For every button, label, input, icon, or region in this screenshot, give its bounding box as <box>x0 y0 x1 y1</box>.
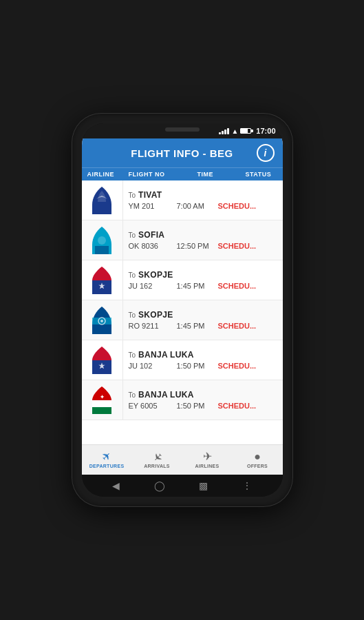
destination-row: To BANJA LUKA <box>129 390 277 400</box>
flight-time: 1:45 PM <box>177 282 218 290</box>
flight-info-row: YM 201 7:00 AM SCHEDU... <box>129 202 277 210</box>
flight-time: 7:00 AM <box>177 202 218 210</box>
flight-time: 1:50 PM <box>177 362 218 370</box>
offers-icon: ● <box>254 451 261 462</box>
airline-logo-cell: ✦ <box>82 380 123 420</box>
battery-icon <box>240 128 251 134</box>
destination: BANJA LUKA <box>138 390 194 400</box>
flight-row[interactable]: To SKOPJE RO 9211 1:45 PM SCHEDU... <box>82 300 283 340</box>
airline-tail-ym <box>89 185 114 216</box>
flight-number: EY 6005 <box>129 402 177 410</box>
flight-status: SCHEDU... <box>218 322 257 330</box>
wifi-icon: ▲ <box>231 127 238 135</box>
destination-row: To SOFIA <box>129 230 277 240</box>
svg-point-3 <box>100 320 103 322</box>
flight-info-row: RO 9211 1:45 PM SCHEDU... <box>129 322 277 330</box>
flight-row[interactable]: To BANJA LUKA JU 102 1:50 PM SCHEDU... <box>82 340 283 380</box>
destination-row: To TIVAT <box>129 190 277 200</box>
departures-icon: ✈ <box>100 450 114 464</box>
flight-time: 1:45 PM <box>177 322 218 330</box>
destination: SKOPJE <box>138 270 173 280</box>
signal-icon <box>219 127 229 134</box>
flight-details: To BANJA LUKA JU 102 1:50 PM SCHEDU... <box>123 340 283 380</box>
airlines-label: AIRLINES <box>195 464 219 468</box>
back-button[interactable]: ◀ <box>112 480 120 491</box>
destination: SKOPJE <box>138 310 173 320</box>
home-button[interactable]: ◯ <box>154 480 165 491</box>
to-label: To <box>129 271 136 279</box>
airline-logo-cell <box>82 180 123 220</box>
phone-frame: ▲ 17:00 FLIGHT INFO - BEG i AIRLINE FLIG… <box>72 114 292 506</box>
flight-number: JU 162 <box>129 282 177 290</box>
flight-status: SCHEDU... <box>218 242 257 250</box>
flight-status: SCHEDU... <box>218 282 257 290</box>
speaker <box>165 127 200 132</box>
nav-item-arrivals[interactable]: ✈ ARRIVALS <box>132 445 182 475</box>
nav-item-departures[interactable]: ✈ DEPARTURES <box>82 445 132 475</box>
android-nav-bar: ◀ ◯ ▩ ⋮ <box>82 475 283 497</box>
flight-number: YM 201 <box>129 202 177 210</box>
to-label: To <box>129 391 136 399</box>
destination-row: To SKOPJE <box>129 310 277 320</box>
flight-number: RO 9211 <box>129 322 177 330</box>
airline-tail-ju <box>89 265 114 296</box>
to-label: To <box>129 351 136 359</box>
flight-list: To TIVAT YM 201 7:00 AM SCHEDU... To SOF… <box>82 180 283 444</box>
header-title: FLIGHT INFO - BEG <box>108 147 257 159</box>
flight-status: SCHEDU... <box>218 202 257 210</box>
flight-row[interactable]: To SKOPJE JU 162 1:45 PM SCHEDU... <box>82 260 283 300</box>
flight-details: To SKOPJE RO 9211 1:45 PM SCHEDU... <box>123 300 283 340</box>
nav-item-airlines[interactable]: ✈ AIRLINES <box>182 445 233 475</box>
to-label: To <box>129 192 136 199</box>
flight-row[interactable]: ✦ To BANJA LUKA EY 6005 1:50 PM SCHEDU..… <box>82 380 283 420</box>
svg-point-0 <box>98 236 106 245</box>
flight-row[interactable]: To SOFIA OK 8036 12:50 PM SCHEDU... <box>82 220 283 260</box>
airline-tail-ok <box>89 225 114 256</box>
airline-logo-cell <box>82 340 123 380</box>
flight-status: SCHEDU... <box>218 362 257 370</box>
col-time: TIME <box>197 171 246 178</box>
destination: SOFIA <box>138 230 164 240</box>
flight-number: OK 8036 <box>129 242 177 250</box>
airline-tail-ey: ✦ <box>89 385 114 415</box>
app-header: FLIGHT INFO - BEG i <box>82 138 283 167</box>
menu-button[interactable]: ⋮ <box>242 480 252 491</box>
flight-time: 1:50 PM <box>177 402 218 410</box>
flight-status: SCHEDU... <box>218 402 257 410</box>
offers-label: OFFERS <box>247 464 268 468</box>
recents-button[interactable]: ▩ <box>199 480 208 491</box>
flight-info-row: OK 8036 12:50 PM SCHEDU... <box>129 242 277 250</box>
destination: TIVAT <box>138 190 162 200</box>
flight-number: JU 102 <box>129 362 177 370</box>
column-headers: AIRLINE FLIGHT NO TIME STATUS <box>82 167 283 180</box>
to-label: To <box>129 231 136 239</box>
status-time: 17:00 <box>256 127 275 135</box>
phone-screen: ▲ 17:00 FLIGHT INFO - BEG i AIRLINE FLIG… <box>82 123 283 497</box>
nav-item-offers[interactable]: ● OFFERS <box>233 445 283 475</box>
bottom-nav: ✈ DEPARTURES ✈ ARRIVALS ✈ AIRLINES ● OFF… <box>82 444 283 475</box>
flight-time: 12:50 PM <box>177 242 218 250</box>
airline-logo-cell <box>82 300 123 340</box>
airline-tail-ro <box>89 305 114 335</box>
col-airline: AIRLINE <box>87 171 129 178</box>
svg-text:✦: ✦ <box>100 394 105 400</box>
airlines-icon: ✈ <box>203 451 212 462</box>
flight-details: To SOFIA OK 8036 12:50 PM SCHEDU... <box>123 220 283 260</box>
flight-details: To SKOPJE JU 162 1:45 PM SCHEDU... <box>123 260 283 300</box>
airline-tail-ju <box>89 345 114 375</box>
flight-row[interactable]: To TIVAT YM 201 7:00 AM SCHEDU... <box>82 180 283 220</box>
info-button[interactable]: i <box>257 144 275 162</box>
destination-row: To BANJA LUKA <box>129 350 277 360</box>
flight-info-row: JU 102 1:50 PM SCHEDU... <box>129 362 277 370</box>
airline-logo-cell <box>82 220 123 260</box>
destination: BANJA LUKA <box>138 350 194 360</box>
departures-label: DEPARTURES <box>89 464 125 468</box>
arrivals-icon: ✈ <box>150 450 164 464</box>
status-icons: ▲ 17:00 <box>219 127 275 135</box>
app-screen: FLIGHT INFO - BEG i AIRLINE FLIGHT NO TI… <box>82 138 283 475</box>
flight-info-row: JU 162 1:45 PM SCHEDU... <box>129 282 277 290</box>
col-status: STATUS <box>246 171 283 178</box>
to-label: To <box>129 311 136 319</box>
airline-logo-cell <box>82 260 123 300</box>
flight-details: To BANJA LUKA EY 6005 1:50 PM SCHEDU... <box>123 380 283 420</box>
